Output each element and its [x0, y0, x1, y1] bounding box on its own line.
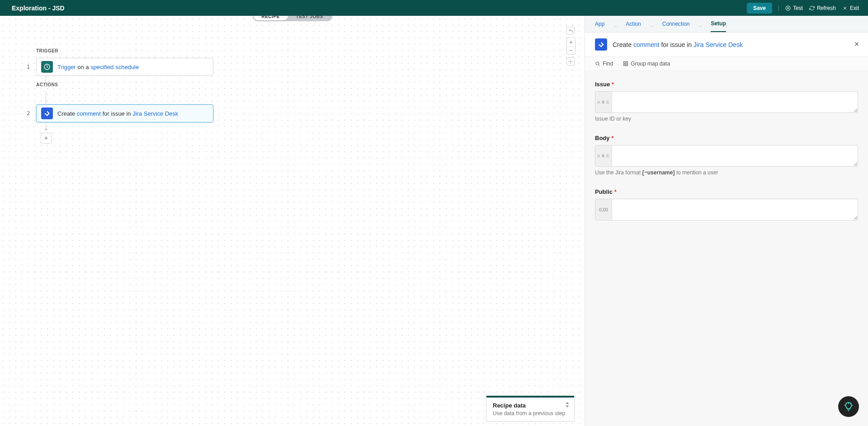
field-public: Public * 0.00 [595, 188, 858, 220]
step-2-number: 2 [26, 110, 30, 117]
body-input-wrapper: A B C [595, 145, 858, 167]
recipe-data-subtitle: Use data from a previous step [493, 410, 568, 417]
tab-setup[interactable]: Setup [711, 20, 726, 32]
issue-label: Issue * [595, 81, 858, 88]
recipe-canvas[interactable]: RECIPE TEST JOBS + − TRIGGER 1 [0, 16, 585, 426]
trigger-section-label: TRIGGER [36, 48, 213, 53]
chevron-right-icon: → [698, 23, 703, 29]
step-1-row: 1 Trigger on a specified schedule [26, 58, 213, 76]
gear-icon [785, 5, 791, 11]
text-type-icon: A B C [595, 92, 612, 112]
step-2-row: 2 Create comment for issue in Jira Servi… [26, 104, 213, 122]
zoom-controls: + − [566, 37, 576, 55]
expand-icon[interactable] [565, 402, 570, 409]
header-actions: Save Test Refresh Exit [747, 3, 859, 14]
refresh-icon [809, 5, 815, 11]
clock-icon [41, 61, 53, 73]
svg-line-14 [599, 65, 599, 66]
test-label: Test [793, 5, 803, 11]
number-type-icon: 0.00 [595, 199, 612, 220]
tab-connection[interactable]: Connection [662, 21, 690, 32]
svg-rect-15 [624, 62, 626, 64]
step-1-number: 1 [26, 64, 30, 70]
jira-service-desk-icon [595, 38, 607, 51]
svg-point-13 [596, 62, 599, 65]
trigger-step-card[interactable]: Trigger on a specified schedule [36, 58, 213, 76]
panel-header: Create comment for issue in Jira Service… [585, 33, 868, 57]
divider [778, 5, 779, 11]
recipe-data-tray[interactable]: Recipe data Use data from a previous ste… [486, 396, 575, 421]
tab-action[interactable]: Action [626, 21, 641, 32]
body-input[interactable] [612, 145, 858, 166]
issue-input[interactable] [612, 92, 858, 112]
jira-service-desk-icon [41, 108, 53, 119]
fit-icon [568, 59, 573, 64]
exit-label: Exit [850, 5, 859, 11]
panel-title: Create comment for issue in Jira Service… [613, 41, 743, 48]
close-icon [854, 41, 860, 47]
svg-rect-18 [626, 64, 628, 66]
arrow-down-icon [44, 129, 48, 131]
text-type-icon: A B C [595, 145, 612, 166]
action-step-card[interactable]: Create comment for issue in Jira Service… [36, 104, 213, 122]
svg-line-22 [846, 403, 847, 404]
tab-app[interactable]: App [595, 21, 604, 32]
tab-recipe[interactable]: RECIPE [253, 16, 288, 20]
actions-section-label: ACTIONS [36, 82, 213, 87]
public-label: Public * [595, 188, 858, 195]
recipe-title[interactable]: Exploration - JSD [12, 5, 65, 12]
map-icon [623, 61, 628, 66]
test-button[interactable]: Test [785, 5, 803, 11]
chevron-right-icon: → [649, 23, 654, 29]
close-icon [842, 5, 848, 11]
svg-point-3 [570, 61, 571, 62]
zoom-in-button[interactable]: + [567, 38, 575, 46]
action-step-text: Create comment for issue in Jira Service… [57, 110, 178, 117]
connector [46, 92, 46, 104]
body-label: Body * [595, 135, 858, 141]
svg-marker-9 [566, 402, 569, 404]
main-layout: RECIPE TEST JOBS + − TRIGGER 1 [0, 16, 868, 426]
recipe-data-title: Recipe data [493, 402, 568, 409]
svg-rect-17 [624, 64, 626, 66]
panel-tools: Find Group map data [585, 57, 868, 71]
panel-body: Issue * A B C Issue ID or key Body * A B… [585, 71, 868, 426]
public-input[interactable] [612, 199, 858, 220]
canvas-controls: + − [566, 27, 576, 66]
required-indicator: * [614, 188, 617, 195]
public-input-wrapper: 0.00 [595, 199, 858, 220]
find-button[interactable]: Find [595, 61, 613, 67]
help-bubble-button[interactable] [838, 396, 859, 417]
trigger-step-text: Trigger on a specified schedule [57, 64, 139, 70]
refresh-button[interactable]: Refresh [809, 5, 836, 11]
refresh-label: Refresh [817, 5, 836, 11]
app-header: Exploration - JSD Save Test Refresh Exit [0, 0, 868, 16]
field-issue: Issue * A B C Issue ID or key [595, 81, 858, 122]
group-map-data-button[interactable]: Group map data [623, 61, 670, 67]
fit-view-button[interactable] [566, 57, 575, 66]
connector [46, 76, 46, 82]
config-panel: App → Action → Connection → Setup Create… [585, 16, 868, 426]
connector [46, 122, 46, 129]
undo-button[interactable] [566, 27, 575, 35]
panel-tabs: App → Action → Connection → Setup [585, 16, 868, 33]
svg-marker-10 [566, 406, 569, 407]
lightbulb-icon [844, 402, 854, 412]
find-label: Find [603, 61, 613, 67]
field-body: Body * A B C Use the Jira format [~usern… [595, 135, 858, 176]
zoom-out-button[interactable]: − [567, 46, 575, 54]
undo-icon [568, 28, 573, 33]
close-panel-button[interactable] [854, 41, 860, 48]
tab-test-jobs[interactable]: TEST JOBS [288, 16, 331, 20]
svg-point-0 [787, 7, 788, 9]
required-indicator: * [611, 135, 613, 141]
canvas-tab-pill: RECIPE TEST JOBS [252, 16, 332, 21]
save-button[interactable]: Save [747, 3, 772, 14]
search-icon [595, 61, 600, 66]
body-help-text: Use the Jira format [~username] to menti… [595, 169, 858, 176]
add-step-button[interactable]: + [41, 133, 52, 144]
exit-button[interactable]: Exit [842, 5, 859, 11]
group-map-label: Group map data [631, 61, 670, 67]
chevron-right-icon: → [613, 23, 618, 29]
svg-line-23 [851, 403, 852, 404]
